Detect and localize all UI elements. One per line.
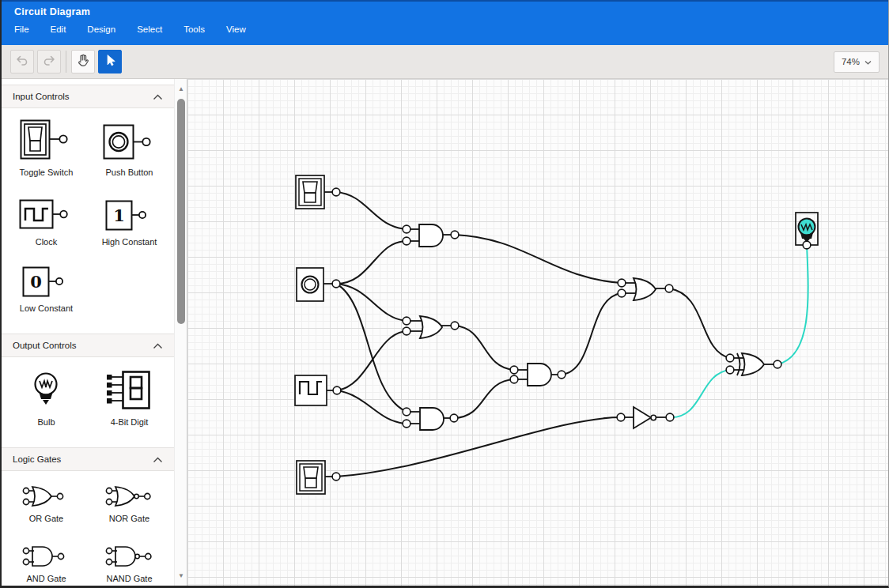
palette-item-nand-gate[interactable]: NAND Gate: [88, 544, 171, 583]
palette-item-nor-gate[interactable]: NOR Gate: [88, 484, 171, 523]
pan-tool-button[interactable]: [71, 50, 95, 74]
or-gate-icon: [22, 484, 71, 512]
component-not-gate-1[interactable]: [617, 407, 674, 428]
connector-pin[interactable]: [403, 408, 410, 416]
connector-pin[interactable]: [558, 371, 566, 379]
section-label: Output Controls: [13, 341, 77, 350]
connector-pin[interactable]: [665, 285, 673, 292]
connector-pin[interactable]: [332, 188, 340, 196]
section-header-logic-gates[interactable]: Logic Gates: [2, 447, 174, 471]
palette-section-logic-gates: Logic Gates OR Gate NOR Gate: [2, 447, 174, 586]
wire[interactable]: [455, 326, 514, 370]
circuit-canvas[interactable]: [187, 79, 888, 586]
component-or-gate-2[interactable]: [618, 278, 673, 300]
menu-select[interactable]: Select: [137, 24, 162, 34]
component-or-gate-1[interactable]: [403, 316, 459, 338]
section-label: Input Controls: [13, 92, 70, 101]
chevron-up-icon: [153, 338, 163, 352]
connector-pin[interactable]: [451, 231, 459, 239]
palette-item-label: NOR Gate: [109, 514, 149, 523]
connector-pin[interactable]: [403, 420, 410, 428]
palette-item-toggle-switch[interactable]: Toggle Switch: [5, 119, 88, 177]
palette-item-low-constant[interactable]: 0 Low Constant: [5, 266, 88, 313]
wire[interactable]: [670, 370, 730, 417]
component-palette: Input Controls Toggle Switch Push Bu: [2, 79, 174, 586]
palette-item-and-gate[interactable]: AND Gate: [5, 544, 88, 583]
menu-edit[interactable]: Edit: [51, 24, 66, 34]
component-clock-1[interactable]: [295, 375, 341, 405]
palette-item-bulb[interactable]: Bulb: [5, 370, 88, 427]
connector-pin[interactable]: [803, 241, 811, 249]
component-and-gate-2[interactable]: [403, 408, 458, 430]
connector-pin[interactable]: [333, 386, 341, 394]
wire[interactable]: [336, 192, 407, 229]
component-and-gate-3[interactable]: [510, 364, 566, 386]
menu-file[interactable]: File: [14, 24, 29, 34]
wire[interactable]: [777, 245, 808, 364]
palette-scrollbar[interactable]: ▲ ▼: [174, 79, 187, 586]
svg-text:0: 0: [30, 272, 42, 292]
component-push-button-1[interactable]: [297, 268, 340, 301]
component-toggle-switch-2[interactable]: [297, 461, 340, 494]
undo-button[interactable]: [10, 50, 34, 74]
connector-pin[interactable]: [774, 360, 781, 368]
menu-design[interactable]: Design: [87, 24, 115, 34]
palette-item-or-gate[interactable]: OR Gate: [5, 484, 88, 523]
svg-text:1: 1: [113, 205, 125, 225]
connector-pin[interactable]: [450, 414, 458, 422]
nor-gate-icon: [105, 484, 154, 512]
component-xor-gate-1[interactable]: [726, 353, 781, 375]
component-toggle-switch-1[interactable]: [296, 175, 340, 209]
menu-view[interactable]: View: [226, 24, 246, 34]
section-header-output-controls[interactable]: Output Controls: [2, 334, 174, 357]
menubar: FileEditDesignSelectToolsView: [2, 17, 888, 34]
redo-button[interactable]: [37, 50, 61, 74]
scroll-up-icon[interactable]: ▲: [175, 84, 187, 95]
menu-tools[interactable]: Tools: [183, 24, 205, 34]
component-and-gate-1[interactable]: [403, 224, 459, 247]
wire[interactable]: [562, 293, 622, 375]
connector-pin[interactable]: [403, 225, 410, 233]
connector-pin[interactable]: [618, 289, 626, 297]
connector-pin[interactable]: [617, 413, 625, 421]
connector-pin[interactable]: [332, 280, 340, 288]
component-bulb-1[interactable]: [796, 213, 818, 249]
palette-item-high-constant[interactable]: 1 High Constant: [88, 196, 171, 247]
wire[interactable]: [336, 284, 407, 321]
cursor-icon: [102, 52, 118, 71]
connector-pin[interactable]: [403, 317, 410, 325]
connector-pin[interactable]: [332, 473, 340, 481]
connector-pin[interactable]: [618, 279, 626, 287]
wire[interactable]: [337, 331, 407, 390]
wire[interactable]: [669, 288, 730, 358]
connector-pin[interactable]: [510, 366, 518, 374]
scroll-down-icon[interactable]: ▼: [175, 571, 187, 582]
palette-item-push-button[interactable]: Push Button: [88, 119, 171, 177]
palette-item-four-bit-digit[interactable]: 4-Bit Digit: [88, 370, 171, 427]
connector-pin[interactable]: [726, 354, 734, 362]
chevron-down-icon: [864, 57, 872, 66]
palette-item-label: Push Button: [106, 168, 153, 177]
connector-pin[interactable]: [726, 366, 734, 374]
wire[interactable]: [455, 235, 622, 283]
main-area: Input Controls Toggle Switch Push Bu: [2, 79, 888, 586]
connector-pin[interactable]: [403, 327, 410, 335]
connector-pin[interactable]: [510, 375, 518, 383]
chevron-up-icon: [153, 452, 163, 466]
section-header-input-controls[interactable]: Input Controls: [2, 85, 174, 108]
toggle-switch-icon: [20, 119, 74, 166]
wire[interactable]: [454, 379, 514, 418]
select-tool-button[interactable]: [98, 50, 122, 74]
wire[interactable]: [337, 390, 407, 424]
connector-pin[interactable]: [403, 237, 410, 245]
and-gate-icon: [22, 544, 71, 572]
scrollbar-thumb[interactable]: [177, 99, 185, 324]
palette-item-label: Toggle Switch: [20, 168, 74, 177]
wire[interactable]: [336, 417, 621, 477]
wire[interactable]: [336, 241, 407, 284]
connector-pin[interactable]: [451, 322, 459, 330]
connector-pin[interactable]: [666, 413, 674, 421]
palette-item-label: 4-Bit Digit: [111, 417, 149, 427]
zoom-control[interactable]: 74%: [834, 51, 880, 73]
palette-item-clock[interactable]: Clock: [5, 196, 88, 247]
